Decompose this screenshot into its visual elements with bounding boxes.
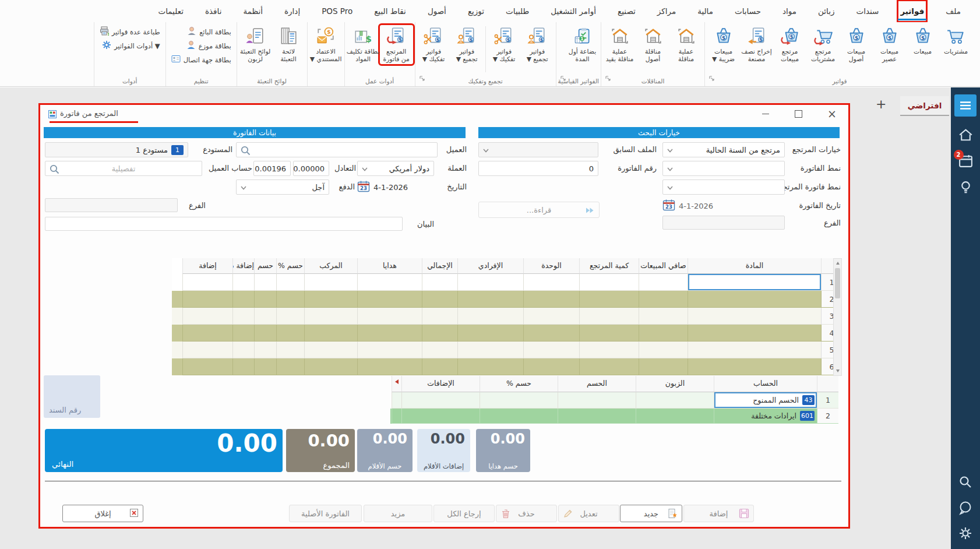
- column-header-items-7[interactable]: المركب: [304, 258, 357, 274]
- value-cell[interactable]: [392, 409, 401, 424]
- item-cell[interactable]: [357, 274, 422, 291]
- value-cell[interactable]: [401, 409, 480, 424]
- item-cell[interactable]: [254, 325, 276, 342]
- item-cell[interactable]: [232, 342, 254, 358]
- dialog-launcher-icon[interactable]: [708, 74, 715, 85]
- menu-tab-6[interactable]: مالية: [696, 1, 715, 21]
- item-cell[interactable]: [523, 325, 579, 342]
- item-cell[interactable]: [422, 308, 457, 325]
- item-cell[interactable]: [254, 358, 276, 375]
- item-cell[interactable]: [688, 342, 821, 358]
- items-grid-row-1[interactable]: 1: [172, 274, 842, 291]
- item-cell[interactable]: [357, 325, 422, 342]
- ribbon-button-transfer-with-entry[interactable]: عمليةمناقلة بقيد: [603, 25, 636, 64]
- item-cell[interactable]: [182, 358, 232, 375]
- more-button[interactable]: مزيد: [364, 505, 432, 522]
- item-cell[interactable]: [523, 358, 579, 375]
- item-cell[interactable]: [523, 274, 579, 291]
- ribbon-button-materials-cost-card[interactable]: $بطاقة تكليفالمواد: [347, 25, 380, 64]
- menu-tab-17[interactable]: نافذة: [203, 1, 223, 21]
- items-grid-row-5[interactable]: 5: [172, 342, 842, 358]
- item-cell[interactable]: [457, 308, 523, 325]
- edit-button[interactable]: تعديل: [558, 505, 619, 522]
- menu-tab-8[interactable]: تصنيع: [616, 1, 637, 21]
- minimize-icon[interactable]: [757, 107, 774, 120]
- delete-button[interactable]: حذف: [496, 505, 557, 522]
- item-cell[interactable]: [232, 291, 254, 308]
- ribbon-button-sales[interactable]: $مبيعات: [906, 25, 939, 56]
- item-cell[interactable]: [457, 358, 523, 375]
- client-account-input[interactable]: تفصيلية: [45, 161, 202, 176]
- close-button[interactable]: إغلاق: [62, 505, 143, 522]
- search-branch-field[interactable]: [662, 216, 785, 230]
- menu-tab-pos-pro[interactable]: POS Pro: [320, 1, 354, 21]
- item-cell[interactable]: [579, 274, 639, 291]
- return-options-select[interactable]: مرتجع من السنة الحالية: [662, 142, 785, 157]
- account-cell[interactable]: 601ايرادات مختلفة: [714, 409, 817, 424]
- column-header-items-0[interactable]: المادة: [688, 258, 821, 274]
- value-cell[interactable]: [480, 409, 558, 424]
- accounts-grid-row-2[interactable]: 2601ايرادات مختلفة: [390, 409, 838, 424]
- sidebar-menu-icon[interactable]: [954, 94, 977, 117]
- ribbon-button-customer-packing-lists[interactable]: لوائح التعبئةلزبون: [239, 25, 272, 64]
- column-header-items-3[interactable]: الوحدة: [523, 258, 579, 274]
- sidebar-bulb-icon[interactable]: [958, 180, 974, 195]
- return-invoice-style-select[interactable]: [662, 180, 785, 195]
- item-cell[interactable]: [232, 308, 254, 325]
- invoice-number-input[interactable]: 0: [478, 161, 598, 176]
- client-search-input[interactable]: [236, 142, 438, 157]
- chevron-down-icon[interactable]: [239, 184, 248, 193]
- value-cell[interactable]: [480, 392, 558, 409]
- item-cell[interactable]: [422, 325, 457, 342]
- item-cell[interactable]: [688, 291, 821, 308]
- ribbon-button-juice-sales[interactable]: $مبيعاتعصير: [873, 25, 906, 64]
- column-header-accounts-1[interactable]: الزبون: [636, 376, 714, 392]
- item-cell[interactable]: [523, 308, 579, 325]
- invoice-style-select[interactable]: [662, 161, 785, 176]
- item-cell[interactable]: [276, 308, 304, 325]
- new-workspace-tab-button[interactable]: +: [876, 97, 886, 111]
- item-cell[interactable]: [688, 308, 821, 325]
- scroll-down-arrow[interactable]: [836, 369, 840, 372]
- item-cell[interactable]: [276, 358, 304, 375]
- menu-tab-2[interactable]: سندات: [854, 1, 880, 21]
- item-cell[interactable]: [523, 342, 579, 358]
- menu-tab-11[interactable]: توزيع: [466, 1, 486, 21]
- value-cell[interactable]: [401, 392, 480, 409]
- menu-tab-9[interactable]: أوامر التشغيل: [549, 1, 598, 21]
- column-header-items-11[interactable]: إضافة: [182, 258, 232, 274]
- item-cell[interactable]: [182, 291, 232, 308]
- item-cell[interactable]: [688, 358, 821, 375]
- item-cell[interactable]: [182, 274, 232, 291]
- menu-tab-3[interactable]: زبائن: [816, 1, 836, 21]
- scroll-up-arrow[interactable]: [836, 262, 840, 265]
- item-cell[interactable]: [457, 274, 523, 291]
- ribbon-button-print-multiple-invoices[interactable]: $طباعة عدة فواتير: [100, 26, 160, 37]
- item-cell[interactable]: [357, 291, 422, 308]
- item-cell[interactable]: [254, 342, 276, 358]
- invoice-date-field[interactable]: 234-1-2026: [357, 180, 439, 195]
- search-invoice-date-field[interactable]: 234-1-2026: [662, 198, 756, 213]
- item-cell[interactable]: [254, 291, 276, 308]
- column-header-accounts-4[interactable]: الإضافات: [401, 376, 480, 392]
- item-cell[interactable]: [304, 358, 357, 375]
- invoice-items-grid[interactable]: المادةصافي المبيعاتكمية المرتجعالوحدةالإ…: [172, 258, 842, 376]
- accounts-grid[interactable]: الحسابالزبونالحسمحسم %الإضافات143الحسم ا…: [390, 376, 838, 424]
- chevron-down-icon[interactable]: [482, 146, 490, 156]
- accounts-grid-row-1[interactable]: 143الحسم الممنوح: [390, 392, 838, 409]
- previous-file-select[interactable]: [478, 142, 598, 157]
- column-header-items-4[interactable]: الإفرادي: [457, 258, 523, 274]
- item-cell[interactable]: [304, 291, 357, 308]
- item-cell[interactable]: [579, 308, 639, 325]
- value-cell[interactable]: [636, 392, 714, 409]
- dialog-launcher-icon[interactable]: [419, 74, 425, 85]
- chevron-down-icon[interactable]: [666, 165, 674, 175]
- item-cell[interactable]: [232, 358, 254, 375]
- item-cell[interactable]: [182, 308, 232, 325]
- menu-tab-1[interactable]: فواتير: [898, 1, 926, 21]
- ribbon-button-contact-card[interactable]: بطاقة جهة اتصال: [171, 54, 231, 65]
- value-cell[interactable]: [558, 392, 636, 409]
- sidebar-support-icon[interactable]: [958, 500, 973, 515]
- sidebar-calendar-icon[interactable]: 2: [958, 153, 974, 169]
- item-cell[interactable]: [457, 342, 523, 358]
